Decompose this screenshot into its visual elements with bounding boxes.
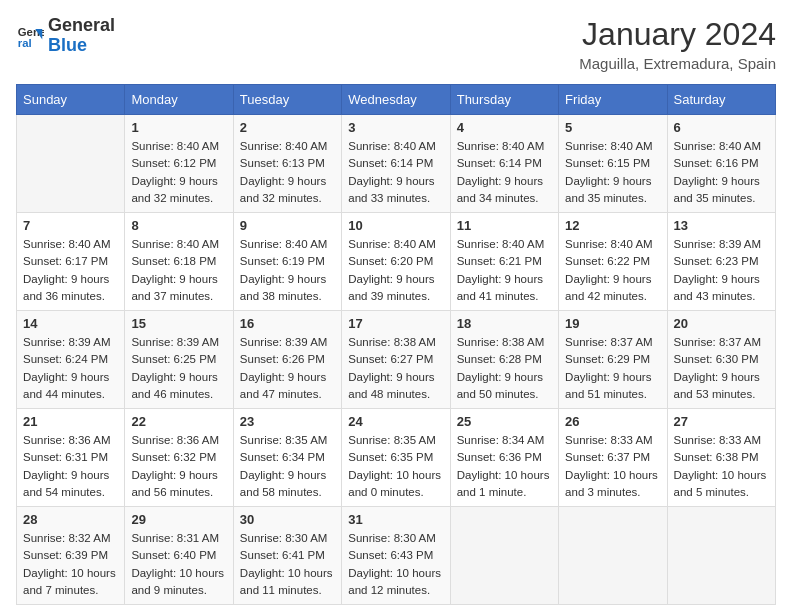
day-number: 3 bbox=[348, 120, 443, 135]
day-cell: 10Sunrise: 8:40 AMSunset: 6:20 PMDayligh… bbox=[342, 213, 450, 311]
day-cell: 12Sunrise: 8:40 AMSunset: 6:22 PMDayligh… bbox=[559, 213, 667, 311]
title-area: January 2024 Maguilla, Extremadura, Spai… bbox=[579, 16, 776, 72]
day-cell: 30Sunrise: 8:30 AMSunset: 6:41 PMDayligh… bbox=[233, 507, 341, 605]
day-detail: Sunrise: 8:40 AMSunset: 6:21 PMDaylight:… bbox=[457, 236, 552, 305]
day-cell: 15Sunrise: 8:39 AMSunset: 6:25 PMDayligh… bbox=[125, 311, 233, 409]
day-detail: Sunrise: 8:36 AMSunset: 6:32 PMDaylight:… bbox=[131, 432, 226, 501]
day-cell: 23Sunrise: 8:35 AMSunset: 6:34 PMDayligh… bbox=[233, 409, 341, 507]
day-detail: Sunrise: 8:38 AMSunset: 6:27 PMDaylight:… bbox=[348, 334, 443, 403]
day-detail: Sunrise: 8:40 AMSunset: 6:19 PMDaylight:… bbox=[240, 236, 335, 305]
day-number: 18 bbox=[457, 316, 552, 331]
day-number: 26 bbox=[565, 414, 660, 429]
day-detail: Sunrise: 8:36 AMSunset: 6:31 PMDaylight:… bbox=[23, 432, 118, 501]
header-row: SundayMondayTuesdayWednesdayThursdayFrid… bbox=[17, 85, 776, 115]
day-cell: 7Sunrise: 8:40 AMSunset: 6:17 PMDaylight… bbox=[17, 213, 125, 311]
day-detail: Sunrise: 8:40 AMSunset: 6:20 PMDaylight:… bbox=[348, 236, 443, 305]
day-detail: Sunrise: 8:33 AMSunset: 6:38 PMDaylight:… bbox=[674, 432, 769, 501]
header-saturday: Saturday bbox=[667, 85, 775, 115]
day-cell bbox=[667, 507, 775, 605]
day-detail: Sunrise: 8:30 AMSunset: 6:41 PMDaylight:… bbox=[240, 530, 335, 599]
day-cell bbox=[17, 115, 125, 213]
day-detail: Sunrise: 8:40 AMSunset: 6:18 PMDaylight:… bbox=[131, 236, 226, 305]
day-detail: Sunrise: 8:35 AMSunset: 6:34 PMDaylight:… bbox=[240, 432, 335, 501]
day-cell: 9Sunrise: 8:40 AMSunset: 6:19 PMDaylight… bbox=[233, 213, 341, 311]
day-number: 7 bbox=[23, 218, 118, 233]
day-number: 21 bbox=[23, 414, 118, 429]
day-number: 29 bbox=[131, 512, 226, 527]
day-number: 13 bbox=[674, 218, 769, 233]
day-detail: Sunrise: 8:39 AMSunset: 6:23 PMDaylight:… bbox=[674, 236, 769, 305]
page-header: Gene ral General Blue January 2024 Magui… bbox=[16, 16, 776, 72]
day-detail: Sunrise: 8:35 AMSunset: 6:35 PMDaylight:… bbox=[348, 432, 443, 501]
day-detail: Sunrise: 8:38 AMSunset: 6:28 PMDaylight:… bbox=[457, 334, 552, 403]
day-cell: 11Sunrise: 8:40 AMSunset: 6:21 PMDayligh… bbox=[450, 213, 558, 311]
day-cell: 26Sunrise: 8:33 AMSunset: 6:37 PMDayligh… bbox=[559, 409, 667, 507]
day-detail: Sunrise: 8:31 AMSunset: 6:40 PMDaylight:… bbox=[131, 530, 226, 599]
day-detail: Sunrise: 8:40 AMSunset: 6:15 PMDaylight:… bbox=[565, 138, 660, 207]
header-monday: Monday bbox=[125, 85, 233, 115]
day-cell: 28Sunrise: 8:32 AMSunset: 6:39 PMDayligh… bbox=[17, 507, 125, 605]
day-number: 25 bbox=[457, 414, 552, 429]
week-row-3: 21Sunrise: 8:36 AMSunset: 6:31 PMDayligh… bbox=[17, 409, 776, 507]
day-number: 31 bbox=[348, 512, 443, 527]
day-number: 2 bbox=[240, 120, 335, 135]
logo-line1: General bbox=[48, 16, 115, 36]
day-cell: 31Sunrise: 8:30 AMSunset: 6:43 PMDayligh… bbox=[342, 507, 450, 605]
day-cell: 29Sunrise: 8:31 AMSunset: 6:40 PMDayligh… bbox=[125, 507, 233, 605]
calendar-header: SundayMondayTuesdayWednesdayThursdayFrid… bbox=[17, 85, 776, 115]
day-number: 16 bbox=[240, 316, 335, 331]
week-row-4: 28Sunrise: 8:32 AMSunset: 6:39 PMDayligh… bbox=[17, 507, 776, 605]
day-detail: Sunrise: 8:39 AMSunset: 6:25 PMDaylight:… bbox=[131, 334, 226, 403]
day-cell: 6Sunrise: 8:40 AMSunset: 6:16 PMDaylight… bbox=[667, 115, 775, 213]
day-detail: Sunrise: 8:39 AMSunset: 6:26 PMDaylight:… bbox=[240, 334, 335, 403]
day-number: 4 bbox=[457, 120, 552, 135]
day-number: 14 bbox=[23, 316, 118, 331]
day-number: 19 bbox=[565, 316, 660, 331]
day-detail: Sunrise: 8:30 AMSunset: 6:43 PMDaylight:… bbox=[348, 530, 443, 599]
day-number: 12 bbox=[565, 218, 660, 233]
day-cell bbox=[559, 507, 667, 605]
day-cell: 21Sunrise: 8:36 AMSunset: 6:31 PMDayligh… bbox=[17, 409, 125, 507]
day-cell: 27Sunrise: 8:33 AMSunset: 6:38 PMDayligh… bbox=[667, 409, 775, 507]
day-number: 20 bbox=[674, 316, 769, 331]
day-cell: 25Sunrise: 8:34 AMSunset: 6:36 PMDayligh… bbox=[450, 409, 558, 507]
logo: Gene ral General Blue bbox=[16, 16, 115, 56]
calendar-title: January 2024 bbox=[579, 16, 776, 53]
week-row-2: 14Sunrise: 8:39 AMSunset: 6:24 PMDayligh… bbox=[17, 311, 776, 409]
day-number: 1 bbox=[131, 120, 226, 135]
day-cell: 24Sunrise: 8:35 AMSunset: 6:35 PMDayligh… bbox=[342, 409, 450, 507]
day-cell: 13Sunrise: 8:39 AMSunset: 6:23 PMDayligh… bbox=[667, 213, 775, 311]
day-cell: 17Sunrise: 8:38 AMSunset: 6:27 PMDayligh… bbox=[342, 311, 450, 409]
header-tuesday: Tuesday bbox=[233, 85, 341, 115]
day-cell: 1Sunrise: 8:40 AMSunset: 6:12 PMDaylight… bbox=[125, 115, 233, 213]
day-detail: Sunrise: 8:40 AMSunset: 6:16 PMDaylight:… bbox=[674, 138, 769, 207]
day-detail: Sunrise: 8:37 AMSunset: 6:29 PMDaylight:… bbox=[565, 334, 660, 403]
day-cell: 5Sunrise: 8:40 AMSunset: 6:15 PMDaylight… bbox=[559, 115, 667, 213]
week-row-1: 7Sunrise: 8:40 AMSunset: 6:17 PMDaylight… bbox=[17, 213, 776, 311]
week-row-0: 1Sunrise: 8:40 AMSunset: 6:12 PMDaylight… bbox=[17, 115, 776, 213]
calendar-subtitle: Maguilla, Extremadura, Spain bbox=[579, 55, 776, 72]
day-detail: Sunrise: 8:39 AMSunset: 6:24 PMDaylight:… bbox=[23, 334, 118, 403]
svg-text:ral: ral bbox=[18, 36, 32, 48]
header-sunday: Sunday bbox=[17, 85, 125, 115]
day-number: 10 bbox=[348, 218, 443, 233]
day-detail: Sunrise: 8:40 AMSunset: 6:17 PMDaylight:… bbox=[23, 236, 118, 305]
logo-line2: Blue bbox=[48, 36, 115, 56]
day-number: 11 bbox=[457, 218, 552, 233]
day-detail: Sunrise: 8:40 AMSunset: 6:22 PMDaylight:… bbox=[565, 236, 660, 305]
day-detail: Sunrise: 8:40 AMSunset: 6:12 PMDaylight:… bbox=[131, 138, 226, 207]
day-cell: 14Sunrise: 8:39 AMSunset: 6:24 PMDayligh… bbox=[17, 311, 125, 409]
day-number: 22 bbox=[131, 414, 226, 429]
day-cell: 19Sunrise: 8:37 AMSunset: 6:29 PMDayligh… bbox=[559, 311, 667, 409]
day-cell: 16Sunrise: 8:39 AMSunset: 6:26 PMDayligh… bbox=[233, 311, 341, 409]
day-cell: 22Sunrise: 8:36 AMSunset: 6:32 PMDayligh… bbox=[125, 409, 233, 507]
day-detail: Sunrise: 8:40 AMSunset: 6:14 PMDaylight:… bbox=[348, 138, 443, 207]
header-wednesday: Wednesday bbox=[342, 85, 450, 115]
day-cell: 8Sunrise: 8:40 AMSunset: 6:18 PMDaylight… bbox=[125, 213, 233, 311]
day-number: 28 bbox=[23, 512, 118, 527]
day-cell: 18Sunrise: 8:38 AMSunset: 6:28 PMDayligh… bbox=[450, 311, 558, 409]
day-number: 8 bbox=[131, 218, 226, 233]
day-number: 15 bbox=[131, 316, 226, 331]
day-number: 5 bbox=[565, 120, 660, 135]
day-cell bbox=[450, 507, 558, 605]
